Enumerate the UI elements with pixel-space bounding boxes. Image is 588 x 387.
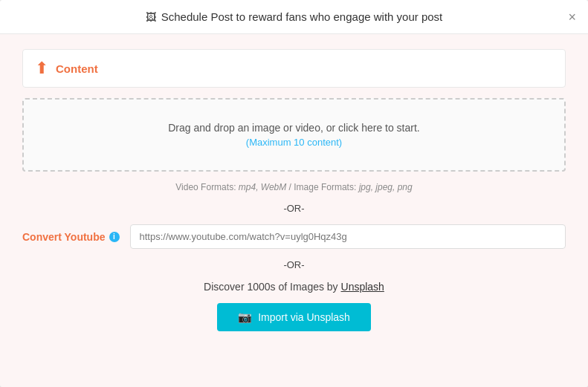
content-label: Content [56,62,98,75]
upload-icon: ⬆ [35,60,48,77]
video-formats-label: Video Formats: [175,182,238,192]
discover-label: Discover 1000s of Images by [204,281,340,293]
modal: 🖼 Schedule Post to reward fans who engag… [0,0,588,387]
youtube-url-input[interactable] [130,224,566,249]
info-icon[interactable]: i [109,232,120,242]
modal-header: 🖼 Schedule Post to reward fans who engag… [0,0,588,34]
modal-title-text: Schedule Post to reward fans who engage … [161,10,443,23]
or-divider-2: -OR- [22,259,566,270]
discover-text: Discover 1000s of Images by Unsplash [22,281,566,293]
video-formats-values: mp4, WebM [239,182,286,192]
convert-youtube-text: Convert Youtube [22,231,106,243]
dropzone[interactable]: Drag and drop an image or video, or clic… [22,98,566,172]
content-section: ⬆ Content [22,49,566,88]
modal-body: ⬆ Content Drag and drop an image or vide… [0,34,588,387]
convert-youtube-row: Convert Youtube i [22,224,566,249]
camera-icon: 📷 [238,310,252,324]
close-button[interactable]: × [568,10,576,24]
dropzone-main-text: Drag and drop an image or video, or clic… [39,122,549,134]
unsplash-link[interactable]: Unsplash [341,281,384,293]
convert-youtube-label: Convert Youtube i [22,231,120,243]
formats-text: Video Formats: mp4, WebM / Image Formats… [22,182,566,192]
import-button-label: Import via Unsplash [258,311,350,323]
image-formats-values: jpg, jpeg, png [359,182,413,192]
modal-title: 🖼 Schedule Post to reward fans who engag… [146,10,443,23]
formats-separator: / Image Formats: [286,182,358,192]
dropzone-max-text: (Maximum 10 content) [39,137,549,148]
or-divider-1: -OR- [22,203,566,214]
import-unsplash-button[interactable]: 📷 Import via Unsplash [217,303,371,331]
image-icon: 🖼 [146,11,156,23]
